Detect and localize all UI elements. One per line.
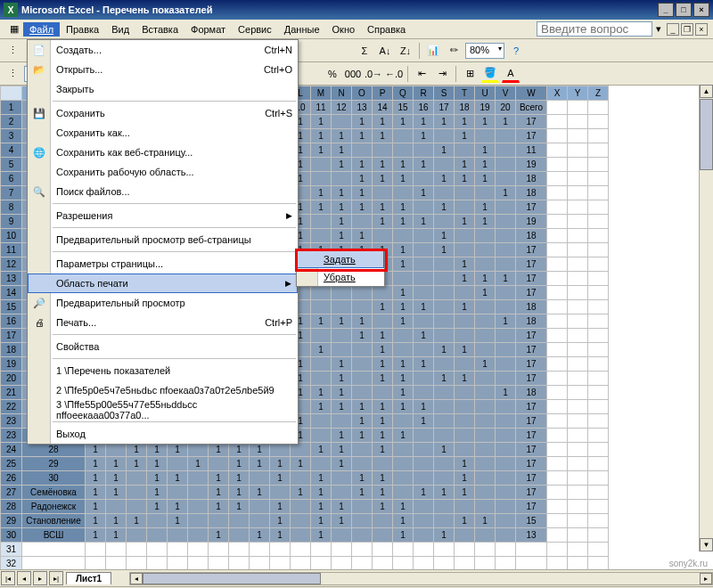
vertical-scrollbar[interactable]: ▲ ▼	[699, 85, 713, 551]
minimize-button[interactable]: _	[658, 3, 674, 17]
borders-icon[interactable]: ⊞	[461, 65, 479, 83]
menubar: ▦ Файл Правка Вид Вставка Формат Сервис …	[0, 20, 713, 39]
workbook-icon[interactable]: ▦	[5, 20, 23, 38]
menu-format[interactable]: Формат	[184, 22, 232, 37]
help-search-input[interactable]	[537, 21, 652, 37]
inc-decimal-icon[interactable]: .0→	[365, 65, 382, 83]
submenu-set-print-area[interactable]: Задать	[297, 250, 384, 268]
menu-item[interactable]: Параметры страницы...	[28, 254, 298, 274]
menu-item[interactable]: 📂Открыть...Ctrl+O	[28, 60, 298, 79]
menu-item[interactable]: Свойства	[28, 337, 298, 356]
menu-item[interactable]: Область печати▶	[28, 274, 298, 293]
hscroll-thumb[interactable]	[143, 573, 321, 584]
menu-item[interactable]: Разрешения▶	[28, 206, 298, 225]
scroll-down-icon[interactable]: ▼	[700, 538, 713, 551]
menu-item[interactable]: 🔎Предварительный просмотр	[28, 293, 298, 313]
inc-indent-icon[interactable]: ⇥	[433, 65, 451, 83]
app-icon: X	[4, 3, 18, 17]
percent-icon[interactable]: %	[324, 65, 341, 83]
menu-item[interactable]: Закрыть	[28, 79, 298, 99]
maximize-button[interactable]: □	[676, 3, 692, 17]
thousands-icon[interactable]: 000	[344, 65, 362, 83]
menu-item[interactable]: 🔍Поиск файлов...	[28, 182, 298, 201]
titlebar: X Microsoft Excel - Перечень показателей…	[0, 0, 713, 20]
menu-item[interactable]: 2 \Пfe5р0е5ч7е5ньdьс пfоекаа0з7а0т2е5лbе…	[28, 380, 298, 400]
submenu-clear-print-area[interactable]: Убрать	[297, 268, 384, 286]
doc-close[interactable]: ×	[695, 23, 708, 36]
zoom-dropdown[interactable]: 80%	[465, 43, 504, 59]
chart-icon[interactable]: 📊	[424, 42, 442, 60]
sheet-tab[interactable]: Лист1	[66, 572, 111, 584]
doc-restore[interactable]: ❐	[681, 23, 693, 36]
menu-item[interactable]: Предварительный просмотр веб-страницы	[28, 230, 298, 249]
scroll-right-icon[interactable]: ▸	[700, 573, 712, 584]
tab-nav-next[interactable]: ▸	[33, 571, 47, 585]
sheet-tab-bar: |◂ ◂ ▸ ▸| Лист1 ◂ ▸	[0, 569, 713, 586]
menu-item[interactable]: Выход	[28, 424, 298, 444]
menu-edit[interactable]: Правка	[60, 22, 105, 37]
menu-item[interactable]: 💾СохранитьCtrl+S	[28, 103, 298, 123]
dec-decimal-icon[interactable]: ←.0	[385, 65, 403, 83]
menu-item[interactable]: 🌐Сохранить как веб-страницу...	[28, 143, 298, 162]
tab-nav-prev[interactable]: ◂	[17, 571, 31, 585]
menu-insert[interactable]: Вставка	[135, 22, 184, 37]
window-title: Microsoft Excel - Перечень показателей	[21, 4, 212, 15]
menu-file[interactable]: Файл	[23, 22, 60, 37]
menu-item[interactable]: 📄Создать...Ctrl+N	[28, 40, 298, 60]
menu-help[interactable]: Справка	[361, 22, 412, 37]
fill-color-icon[interactable]: 🪣	[481, 65, 499, 83]
menu-item[interactable]: 🖨Печать...Ctrl+P	[28, 313, 298, 332]
scroll-thumb[interactable]	[700, 99, 713, 170]
file-menu-dropdown: 📄Создать...Ctrl+N📂Открыть...Ctrl+OЗакрыт…	[27, 39, 299, 445]
close-button[interactable]: ×	[693, 3, 709, 17]
watermark: sony2k.ru	[669, 559, 708, 568]
menu-window[interactable]: Окно	[326, 22, 362, 37]
help-icon[interactable]: ?	[507, 42, 525, 60]
grip-icon[interactable]: ⋮	[4, 65, 21, 83]
menu-item[interactable]: Сохранить рабочую область...	[28, 162, 298, 182]
grip-icon[interactable]: ⋮	[4, 42, 21, 60]
sort-desc-icon[interactable]: Z↓	[397, 42, 414, 60]
horizontal-scrollbar[interactable]: ◂ ▸	[129, 572, 713, 585]
dec-indent-icon[interactable]: ⇤	[413, 65, 430, 83]
menu-item[interactable]: 3 \Пffe55р00е55ч77е55ньddьcc пffоeeкааа0…	[28, 400, 298, 420]
font-color-icon[interactable]: A	[502, 65, 520, 83]
tab-nav-last[interactable]: ▸|	[49, 571, 63, 585]
sort-asc-icon[interactable]: A↓	[376, 42, 394, 60]
menu-view[interactable]: Вид	[105, 22, 135, 37]
doc-minimize[interactable]: _	[667, 23, 679, 36]
tab-nav-first[interactable]: |◂	[1, 571, 15, 585]
drawing-icon[interactable]: ✏	[445, 42, 463, 60]
print-area-submenu: Задать Убрать	[296, 249, 385, 287]
menu-item[interactable]: 1 \Перечень показателей	[28, 361, 298, 380]
menu-tools[interactable]: Сервис	[232, 22, 278, 37]
menu-item[interactable]: Сохранить как...	[28, 123, 298, 143]
menu-data[interactable]: Данные	[278, 22, 326, 37]
scroll-left-icon[interactable]: ◂	[130, 573, 143, 584]
sum-icon[interactable]: Σ	[356, 42, 373, 60]
scroll-up-icon[interactable]: ▲	[700, 85, 713, 98]
